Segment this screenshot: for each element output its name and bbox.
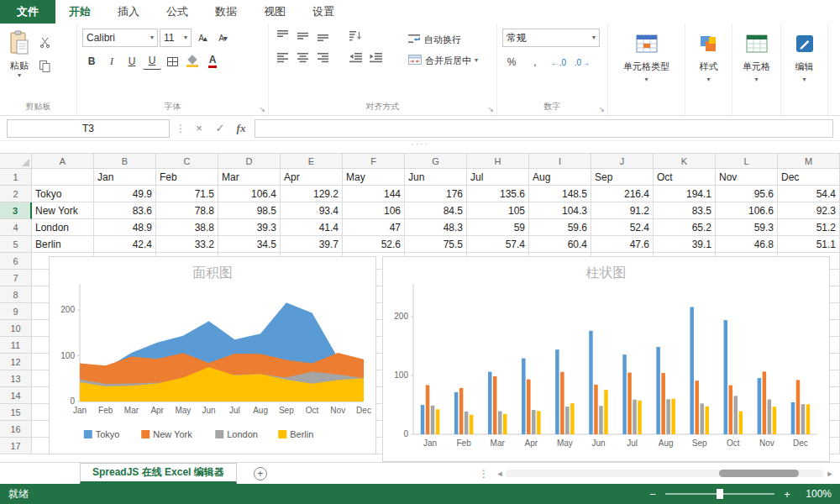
- cell[interactable]: 106.6: [716, 202, 778, 219]
- cell[interactable]: 51.1: [778, 236, 840, 253]
- row-header[interactable]: 2: [0, 186, 32, 202]
- cell[interactable]: 91.2: [591, 202, 654, 219]
- tab-formulas[interactable]: 公式: [153, 0, 202, 24]
- font-color-button[interactable]: A: [203, 53, 222, 70]
- horizontal-scrollbar[interactable]: ◄ ►: [494, 470, 840, 478]
- select-all-corner[interactable]: [0, 153, 32, 169]
- row-header[interactable]: 17: [0, 438, 32, 454]
- text-orientation-button[interactable]: [346, 29, 365, 45]
- cell[interactable]: 105: [467, 202, 529, 219]
- cell[interactable]: 57.4: [467, 236, 529, 253]
- row-header[interactable]: 7: [0, 270, 32, 286]
- cell[interactable]: 129.2: [281, 186, 343, 202]
- cell[interactable]: Apr: [281, 169, 343, 186]
- tab-insert[interactable]: 插入: [104, 0, 153, 24]
- cell[interactable]: 98.5: [218, 202, 281, 219]
- bold-button[interactable]: B: [82, 53, 101, 70]
- cell[interactable]: 51.2: [778, 219, 840, 236]
- style-button[interactable]: 样式 ▾: [685, 24, 732, 115]
- cell[interactable]: Nov: [716, 169, 778, 186]
- column-header[interactable]: I: [529, 153, 591, 169]
- cell[interactable]: 49.9: [94, 186, 156, 202]
- column-header[interactable]: H: [467, 153, 529, 169]
- cancel-entry-button[interactable]: ×: [192, 122, 207, 134]
- column-header[interactable]: B: [94, 153, 156, 169]
- area-chart[interactable]: 面积图0100200JanFebMarAprMayJunJulAugSepOct…: [49, 256, 376, 454]
- cut-button[interactable]: [35, 35, 54, 52]
- cell[interactable]: 92.3: [778, 202, 840, 219]
- row-header[interactable]: 5: [0, 236, 32, 253]
- tab-data[interactable]: 数据: [202, 0, 250, 24]
- zoom-in-button[interactable]: +: [782, 488, 792, 501]
- cell[interactable]: Tokyo: [32, 186, 94, 202]
- confirm-entry-button[interactable]: ✓: [213, 122, 228, 134]
- decrease-indent-button[interactable]: [346, 51, 365, 68]
- cell[interactable]: Sep: [591, 169, 654, 186]
- cell[interactable]: 95.6: [716, 186, 778, 202]
- zoom-level[interactable]: 100%: [800, 488, 832, 500]
- cell[interactable]: London: [32, 219, 94, 236]
- cell[interactable]: 83.5: [654, 202, 716, 219]
- borders-button[interactable]: [163, 53, 181, 70]
- row-header[interactable]: 11: [0, 337, 32, 354]
- cell[interactable]: 54.4: [778, 186, 840, 202]
- column-header[interactable]: F: [343, 153, 405, 169]
- cell[interactable]: 104.3: [529, 202, 591, 219]
- cell[interactable]: 47.6: [591, 236, 654, 253]
- cell[interactable]: 176: [405, 186, 467, 202]
- cell[interactable]: [32, 169, 94, 186]
- cell[interactable]: Jun: [405, 169, 467, 186]
- underline-button[interactable]: U: [123, 53, 141, 70]
- cell[interactable]: 148.5: [529, 186, 591, 202]
- row-header[interactable]: 13: [0, 370, 32, 387]
- cell[interactable]: 39.3: [218, 219, 281, 236]
- increase-indent-button[interactable]: [366, 51, 385, 68]
- row-header[interactable]: 4: [0, 219, 32, 236]
- number-format-select[interactable]: 常规▾: [502, 29, 600, 47]
- cell[interactable]: 60.4: [529, 236, 591, 253]
- cell[interactable]: New York: [32, 202, 94, 219]
- cell[interactable]: 78.8: [156, 202, 218, 219]
- number-dialog-launcher[interactable]: ↘: [598, 106, 605, 113]
- cell[interactable]: 42.4: [94, 236, 156, 253]
- cell[interactable]: 39.1: [654, 236, 716, 253]
- zoom-slider[interactable]: [665, 493, 774, 495]
- cell[interactable]: 38.8: [156, 219, 218, 236]
- cell[interactable]: Jul: [467, 169, 529, 186]
- formula-input[interactable]: [255, 119, 833, 138]
- row-header[interactable]: 15: [0, 404, 32, 421]
- row-header[interactable]: 12: [0, 354, 32, 370]
- cell[interactable]: 52.6: [343, 236, 405, 253]
- cell[interactable]: 71.5: [156, 186, 218, 202]
- row-header[interactable]: 10: [0, 320, 32, 337]
- cell[interactable]: 65.2: [654, 219, 716, 236]
- font-dialog-launcher[interactable]: ↘: [259, 106, 265, 113]
- font-size-select[interactable]: 11▾: [160, 29, 192, 47]
- column-header[interactable]: K: [654, 153, 716, 169]
- tab-file[interactable]: 文件: [0, 0, 55, 24]
- cell[interactable]: 83.6: [94, 202, 156, 219]
- cell[interactable]: 46.8: [716, 236, 778, 253]
- tab-home[interactable]: 开始: [55, 0, 104, 24]
- cell[interactable]: Dec: [778, 169, 840, 186]
- row-header[interactable]: 8: [0, 286, 32, 303]
- wrap-text-button[interactable]: 自动换行: [408, 30, 478, 49]
- cell[interactable]: 106: [343, 202, 405, 219]
- cell[interactable]: 106.4: [218, 186, 281, 202]
- merge-center-button[interactable]: 合并后居中 ▾: [408, 51, 478, 70]
- column-header[interactable]: G: [405, 153, 467, 169]
- column-header[interactable]: C: [156, 153, 218, 169]
- percent-style-button[interactable]: %: [502, 54, 521, 71]
- name-box[interactable]: T3: [7, 119, 170, 138]
- cell-type-button[interactable]: 单元格类型 ▾: [608, 24, 685, 115]
- column-header[interactable]: A: [32, 153, 94, 169]
- cell[interactable]: Jan: [94, 169, 156, 186]
- cell[interactable]: 144: [343, 186, 405, 202]
- increase-decimal-button[interactable]: ←.0: [549, 54, 568, 71]
- cell[interactable]: Oct: [654, 169, 716, 186]
- row-header[interactable]: 9: [0, 303, 32, 320]
- row-header[interactable]: 3: [0, 202, 32, 219]
- comma-style-button[interactable]: ,: [526, 54, 544, 71]
- scrollbar-thumb[interactable]: [719, 470, 799, 477]
- cell[interactable]: 33.2: [156, 236, 218, 253]
